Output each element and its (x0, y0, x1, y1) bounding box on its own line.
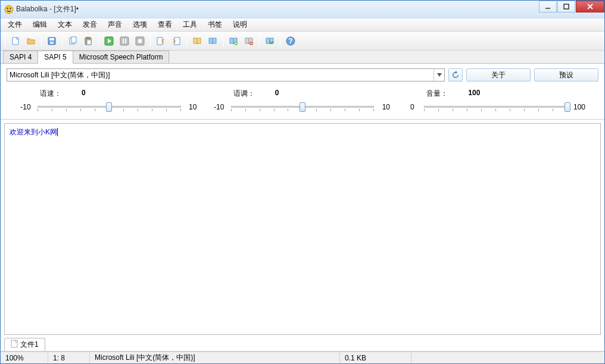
pitch-value: 0 (275, 89, 279, 99)
svg-rect-21 (138, 39, 142, 43)
status-size: 0.1 KB (340, 352, 411, 363)
toolbar-separator (5, 34, 5, 48)
window-title: Balabolka - [文件1]• (16, 4, 603, 14)
svg-point-0 (5, 5, 13, 14)
menu-file[interactable]: 文件 (3, 18, 27, 31)
pitch-label: 语调： (233, 89, 263, 99)
next-icon[interactable] (169, 34, 183, 48)
tab-msspeech[interactable]: Microsoft Speech Platform (73, 51, 170, 63)
maximize-button[interactable] (557, 1, 575, 12)
pitch-slider[interactable] (231, 101, 375, 113)
save-icon[interactable] (45, 34, 59, 48)
toolbar-separator (280, 34, 280, 48)
engine-tabstrip: SAPI 4 SAPI 5 Microsoft Speech Platform (1, 51, 604, 64)
statusbar: 100% 1: 8 Microsoft Lili [中文(简体，中国)] 0.1… (1, 352, 604, 363)
rate-slider[interactable] (38, 101, 181, 113)
voice-panel: Microsoft Lili [中文(简体，中国)] 关于 预设 语速： 0 -… (1, 64, 604, 120)
volume-label: 音量： (426, 89, 456, 99)
toolbar-separator (223, 34, 223, 48)
menu-tools[interactable]: 工具 (178, 18, 202, 31)
copy-icon[interactable] (66, 34, 80, 48)
rate-label: 语速： (40, 89, 70, 99)
status-zoom: 100% (1, 352, 48, 363)
close-button[interactable] (576, 1, 604, 12)
stop-icon[interactable] (133, 34, 147, 48)
menu-help[interactable]: 说明 (228, 18, 252, 31)
volume-value: 100 (468, 89, 480, 99)
status-voice: Microsoft Lili [中文(简体，中国)] (90, 352, 340, 363)
svg-rect-14 (86, 37, 90, 39)
volume-min: 0 (405, 103, 419, 111)
status-position: 1: 8 (48, 352, 90, 363)
minimize-button[interactable] (539, 1, 557, 12)
app-window: Balabolka - [文件1]• 文件 编辑 文本 发音 声音 选项 查看 … (0, 0, 605, 364)
new-file-icon[interactable] (8, 34, 23, 48)
toolbar: ? (1, 32, 604, 51)
document-tab[interactable]: 文件1 (4, 338, 45, 351)
window-controls (539, 1, 604, 12)
voice-selected: Microsoft Lili [中文(简体，中国)] (10, 70, 110, 80)
help-icon[interactable]: ? (283, 34, 298, 48)
book-open-icon[interactable] (190, 34, 204, 48)
svg-rect-12 (71, 37, 76, 43)
svg-text:?: ? (288, 37, 292, 45)
tab-sapi5[interactable]: SAPI 5 (38, 51, 73, 63)
svg-rect-19 (125, 39, 126, 43)
bookmark-add-icon[interactable] (226, 34, 241, 48)
about-button[interactable]: 关于 (466, 68, 531, 81)
rate-value: 0 (82, 89, 86, 99)
menu-view[interactable]: 查看 (153, 18, 177, 31)
bookmark-remove-icon[interactable] (242, 34, 256, 48)
document-tabstrip: 文件1 (1, 338, 604, 352)
document-icon (11, 340, 18, 350)
text-editor[interactable]: 欢迎来到小K网 (4, 123, 601, 335)
titlebar: Balabolka - [文件1]• (1, 1, 604, 18)
menu-options[interactable]: 选项 (128, 18, 152, 31)
open-file-icon[interactable] (24, 34, 38, 48)
pitch-group: 语调： 0 -10 10 (212, 89, 394, 113)
refresh-button[interactable] (448, 68, 463, 81)
rate-min: -10 (18, 103, 33, 111)
menu-text[interactable]: 文本 (53, 18, 77, 31)
play-icon[interactable] (102, 34, 116, 48)
toolbar-separator (62, 34, 63, 48)
toolbar-separator (98, 34, 99, 48)
rate-group: 语速： 0 -10 10 (18, 89, 200, 113)
rate-max: 10 (186, 103, 200, 111)
svg-rect-9 (49, 38, 54, 40)
text-cursor (57, 128, 58, 136)
menu-speak[interactable]: 发音 (78, 18, 102, 31)
toolbar-separator (186, 34, 187, 48)
prev-icon[interactable] (154, 34, 168, 48)
svg-rect-7 (13, 37, 18, 45)
svg-rect-28 (11, 340, 17, 347)
svg-rect-18 (123, 39, 124, 43)
app-icon (4, 5, 14, 14)
volume-max: 100 (572, 103, 587, 111)
pause-icon[interactable] (117, 34, 132, 48)
menu-voice[interactable]: 声音 (103, 18, 127, 31)
paste-icon[interactable] (81, 34, 95, 48)
volume-slider[interactable] (424, 101, 567, 113)
dropdown-arrow-icon (434, 69, 444, 81)
svg-rect-15 (87, 40, 91, 45)
menu-bookmarks[interactable]: 书签 (203, 18, 227, 31)
toolbar-separator (150, 34, 151, 48)
tab-sapi4[interactable]: SAPI 4 (3, 51, 38, 63)
menu-edit[interactable]: 编辑 (28, 18, 52, 31)
svg-point-1 (7, 7, 8, 8)
volume-group: 音量： 100 0 100 (405, 89, 587, 113)
document-tab-label: 文件1 (20, 340, 39, 350)
svg-point-2 (10, 7, 11, 8)
menubar: 文件 编辑 文本 发音 声音 选项 查看 工具 书签 说明 (1, 18, 604, 32)
svg-rect-17 (120, 37, 129, 45)
bookmark-goto-icon[interactable] (263, 34, 277, 48)
voice-select[interactable]: Microsoft Lili [中文(简体，中国)] (7, 68, 445, 81)
editor-content: 欢迎来到小K网 (10, 128, 57, 136)
pitch-max: 10 (379, 103, 393, 111)
book-blue-icon[interactable] (205, 34, 220, 48)
pitch-min: -10 (212, 103, 226, 111)
toolbar-separator (41, 34, 42, 48)
preset-button[interactable]: 预设 (534, 68, 598, 81)
toolbar-separator (259, 34, 260, 48)
